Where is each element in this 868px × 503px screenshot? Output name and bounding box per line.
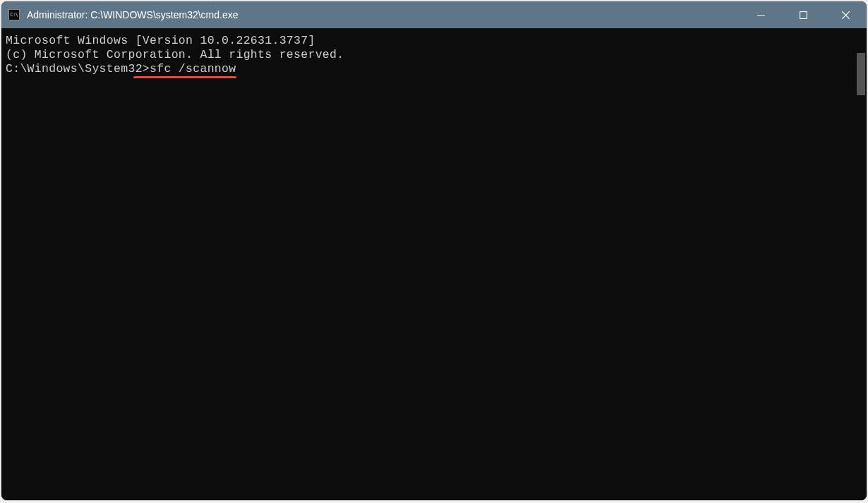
close-button[interactable]	[824, 1, 867, 28]
annotation-underline	[133, 76, 236, 78]
typed-command: sfc /scannow	[150, 62, 236, 75]
command-prompt-window: C:\ Administrator: C:\WINDOWS\system32\c…	[1, 1, 867, 500]
window-title: Administrator: C:\WINDOWS\system32\cmd.e…	[27, 9, 740, 20]
prompt-line: C:\Windows\System32>sfc /scannow	[6, 62, 236, 76]
minimize-icon	[757, 11, 765, 19]
maximize-button[interactable]	[782, 1, 824, 28]
terminal-area: Microsoft Windows [Version 10.0.22631.37…	[1, 28, 867, 500]
terminal-output[interactable]: Microsoft Windows [Version 10.0.22631.37…	[1, 28, 855, 500]
scrollbar-thumb[interactable]	[857, 53, 865, 95]
window-controls	[740, 1, 867, 28]
close-icon	[842, 11, 850, 19]
svg-rect-1	[800, 11, 807, 18]
prompt-path: C:\Windows\System32>	[6, 62, 150, 75]
minimize-button[interactable]	[740, 1, 782, 28]
app-icon: C:\	[8, 9, 20, 20]
output-line: (c) Microsoft Corporation. All rights re…	[6, 48, 851, 62]
maximize-icon	[800, 11, 807, 19]
titlebar[interactable]: C:\ Administrator: C:\WINDOWS\system32\c…	[1, 1, 867, 28]
output-line: Microsoft Windows [Version 10.0.22631.37…	[6, 34, 851, 48]
scrollbar-track[interactable]	[855, 28, 867, 500]
